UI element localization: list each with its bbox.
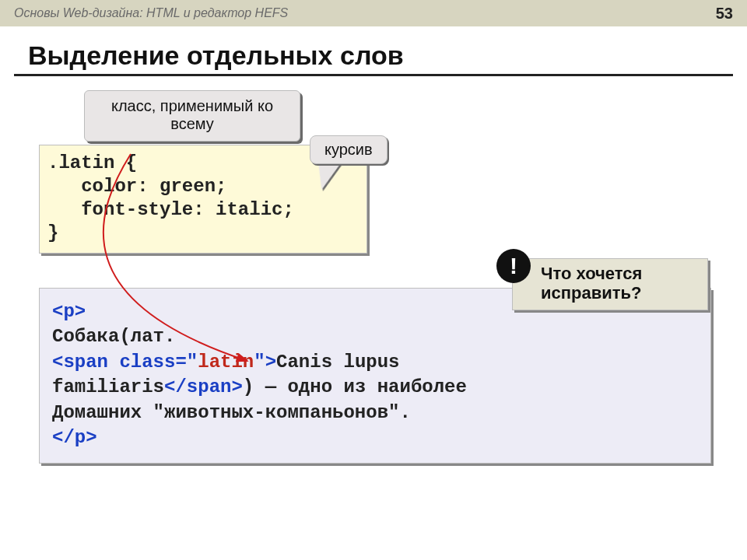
html-text-1: Собака(лат. xyxy=(52,326,175,347)
html-text-tail: ) — одно из наиболее xyxy=(243,376,467,397)
callout-italic-tail xyxy=(314,160,342,190)
html-text-canis: Canis lupus xyxy=(276,352,399,373)
tag-p-close: </p> xyxy=(52,427,97,448)
slide-stage: класс, применимый ко всему курсив .latin… xyxy=(14,76,733,551)
css-line-2: color: green; xyxy=(47,176,226,197)
callout-class-applied-to-all: класс, применимый ко всему xyxy=(84,90,300,142)
html-text-familiaris: familiaris xyxy=(52,376,164,397)
tag-span-open-a: <span class=" xyxy=(52,352,198,373)
slide-heading: Выделение отдельных слов xyxy=(28,40,747,71)
exclamation-badge: ! xyxy=(496,249,531,283)
tag-span-open-b: "> xyxy=(254,352,276,373)
topbar: Основы Web-дизайна: HTML и редактор HEFS… xyxy=(0,0,747,26)
html-code-box: <p> Собака(лат. <span class="latin">Cani… xyxy=(39,288,711,464)
css-line-4: } xyxy=(47,222,58,243)
question-box: Что хочется исправить? xyxy=(512,258,708,310)
topbar-title: Основы Web-дизайна: HTML и редактор HEFS xyxy=(14,6,288,20)
css-line-3: font-style: italic; xyxy=(47,199,294,220)
tag-p-open: <p> xyxy=(52,301,86,322)
page-number: 53 xyxy=(716,5,733,23)
tag-span-close: </span> xyxy=(164,376,243,397)
html-text-line4: Домашних "животных-компаньонов". xyxy=(52,402,411,423)
span-class-value: latin xyxy=(198,352,254,373)
css-line-1: .latin { xyxy=(47,152,137,173)
callout-italic: курсив xyxy=(310,135,388,164)
